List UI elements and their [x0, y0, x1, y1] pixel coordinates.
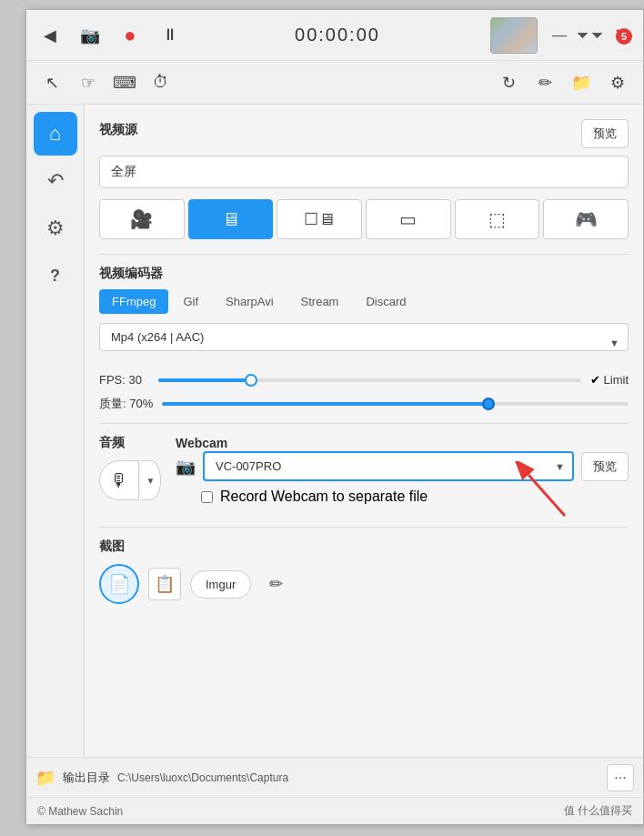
source-type-screen[interactable]: 🖥	[188, 199, 274, 239]
refresh-button[interactable]: ↻	[492, 66, 525, 99]
tab-ffmpeg[interactable]: FFmpeg	[99, 289, 168, 314]
webcam-col: Webcam 📷 VC-007PRO Default Camera 预览	[176, 435, 629, 516]
screenshot-pen-button[interactable]: ✏	[260, 569, 291, 599]
timer-tool-button[interactable]: ⏱	[145, 66, 177, 99]
app-window: ◀ 📷 ● ⏸ 00:00:00 — ⏷⏷ ✕	[25, 9, 644, 823]
webcam-select[interactable]: VC-007PRO Default Camera	[203, 451, 574, 481]
fps-slider-track[interactable]	[158, 378, 581, 382]
webcam-label: Webcam	[176, 436, 227, 450]
video-source-dropdown[interactable]: 全屏	[99, 156, 629, 188]
quality-slider-row: 质量: 70%	[99, 396, 629, 412]
webcam-icon: 📷	[176, 457, 196, 477]
video-source-header: 视频源 预览	[99, 119, 629, 148]
pause-button[interactable]: ⏸	[156, 21, 185, 50]
tab-stream[interactable]: Stream	[288, 289, 352, 314]
sidebar-item-settings[interactable]: ⚙	[34, 206, 77, 250]
camera-source-icon: 🎥	[130, 208, 153, 230]
webcam-select-wrapper: VC-007PRO Default Camera	[203, 451, 574, 481]
double-chevron-button[interactable]: ⏷⏷	[578, 23, 603, 48]
source-type-window[interactable]: ▭	[366, 199, 451, 239]
screenshot-imgur-button[interactable]: Imgur	[190, 570, 251, 599]
encoder-tabs: FFmpeg Gif SharpAvi Stream Discard	[99, 289, 629, 314]
minimize-button[interactable]: —	[547, 23, 572, 48]
pen-edit-icon: ✏	[269, 574, 283, 594]
camera-icon: 📷	[80, 25, 100, 45]
pen-tool-button[interactable]: ✏	[528, 66, 561, 99]
screenshot-clipboard-button[interactable]: 📋	[148, 568, 181, 600]
fps-limit-group: ✔ Limit	[590, 373, 629, 387]
webcam-preview-button[interactable]: 预览	[581, 452, 629, 481]
source-type-monitor[interactable]: ☐🖥	[277, 199, 362, 239]
format-select[interactable]: Mp4 (x264 | AAC) Mp4 (H265) Mkv Avi Webm	[99, 323, 629, 351]
sidebar-item-help[interactable]: ?	[34, 254, 77, 297]
settings-icon: ⚙	[46, 217, 65, 240]
record-webcam-row: Record Webcam to separate file	[176, 489, 629, 505]
audio-dropdown-button[interactable]: ▼	[141, 460, 161, 500]
main-content: ⌂ ↶ ⚙ ? 视频源 预览 全屏 🎥	[26, 105, 643, 757]
folder-button[interactable]: 📁	[565, 66, 598, 99]
tab-gif[interactable]: Gif	[170, 289, 211, 314]
region-source-icon: ⬚	[488, 208, 506, 230]
help-icon: ?	[50, 267, 60, 286]
divider-1	[99, 254, 629, 255]
sidebar-item-history[interactable]: ↶	[34, 159, 77, 203]
title-bar-left: ◀ 📷 ● ⏸	[35, 21, 185, 50]
source-type-gamepad[interactable]: 🎮	[543, 199, 629, 239]
minimize-icon: —	[552, 27, 567, 44]
pause-icon: ⏸	[162, 25, 178, 45]
footer-path: C:\Users\luoxc\Documents\Captura	[117, 771, 599, 784]
quality-slider-track[interactable]	[162, 402, 629, 406]
source-type-region[interactable]: ⬚	[455, 199, 540, 239]
audio-mic-button[interactable]: 🎙	[99, 460, 139, 500]
format-select-wrapper: Mp4 (x264 | AAC) Mp4 (H265) Mkv Avi Webm	[99, 323, 629, 362]
audio-label: 音频	[99, 435, 125, 451]
timer-display: 00:00:00	[194, 25, 481, 45]
quality-slider-thumb	[482, 398, 495, 410]
fps-slider-fill	[158, 378, 251, 382]
video-source-title: 视频源	[99, 122, 137, 138]
sidebar-item-home[interactable]: ⌂	[34, 112, 77, 156]
tab-sharpavi[interactable]: SharpAvi	[213, 289, 287, 314]
record-webcam-checkbox[interactable]	[201, 491, 213, 503]
title-bar: ◀ 📷 ● ⏸ 00:00:00 — ⏷⏷ ✕	[26, 10, 643, 61]
screen-source-icon: 🖥	[222, 209, 240, 230]
camera-button[interactable]: 📷	[75, 21, 105, 50]
toolbar: ↖ ☞ ⌨ ⏱ ↻ ✏ 📁 ⚙	[26, 61, 643, 105]
record-button[interactable]: ●	[116, 21, 145, 50]
back-button[interactable]: ◀	[35, 21, 65, 50]
cursor-tool-button[interactable]: ↖	[35, 66, 68, 99]
sidebar: ⌂ ↶ ⚙ ?	[26, 105, 85, 757]
fps-limit-check: ✔	[590, 373, 600, 387]
audio-webcam-section: 音频 🎙 ▼ Webcam 📷	[99, 435, 629, 516]
settings-button[interactable]: ⚙	[601, 66, 634, 99]
notification-badge: 5	[616, 28, 632, 45]
quality-slider-fill	[162, 402, 488, 406]
history-icon: ↶	[47, 169, 64, 193]
tab-discard[interactable]: Discard	[353, 289, 418, 314]
audio-button-group: 🎙 ▼	[99, 460, 161, 500]
refresh-icon: ↻	[502, 73, 516, 93]
audio-chevron-icon: ▼	[146, 476, 156, 486]
file-icon: 📄	[108, 573, 131, 595]
footer-more-button[interactable]: ···	[607, 764, 634, 791]
gamepad-source-icon: 🎮	[575, 208, 598, 230]
video-preview-button[interactable]: 预览	[581, 119, 629, 148]
screenshot-title: 截图	[99, 539, 629, 555]
record-webcam-label: Record Webcam to separate file	[220, 489, 428, 505]
screenshot-file-button[interactable]: 📄	[99, 564, 139, 604]
footer: 📁 输出目录 C:\Users\luoxc\Documents\Captura …	[26, 757, 643, 797]
hand-icon: ☞	[81, 73, 96, 93]
fps-slider-row: FPS: 30 ✔ Limit	[99, 373, 629, 387]
divider-3	[99, 527, 629, 528]
quality-label: 质量: 70%	[99, 396, 153, 412]
cursor-icon: ↖	[45, 73, 59, 93]
panel: 视频源 预览 全屏 🎥 🖥 ☐🖥 ▭ ⬚	[85, 105, 643, 757]
footer-label: 输出目录	[63, 770, 110, 786]
video-encoder-title: 视频编码器	[99, 266, 629, 282]
webcam-row: 📷 VC-007PRO Default Camera 预览	[176, 451, 629, 481]
clipboard-icon: 📋	[155, 574, 175, 594]
hand-tool-button[interactable]: ☞	[72, 66, 105, 99]
title-bar-right: — ⏷⏷ ✕ 5	[547, 23, 634, 48]
source-type-camera[interactable]: 🎥	[99, 199, 185, 239]
keyboard-tool-button[interactable]: ⌨	[108, 66, 141, 99]
